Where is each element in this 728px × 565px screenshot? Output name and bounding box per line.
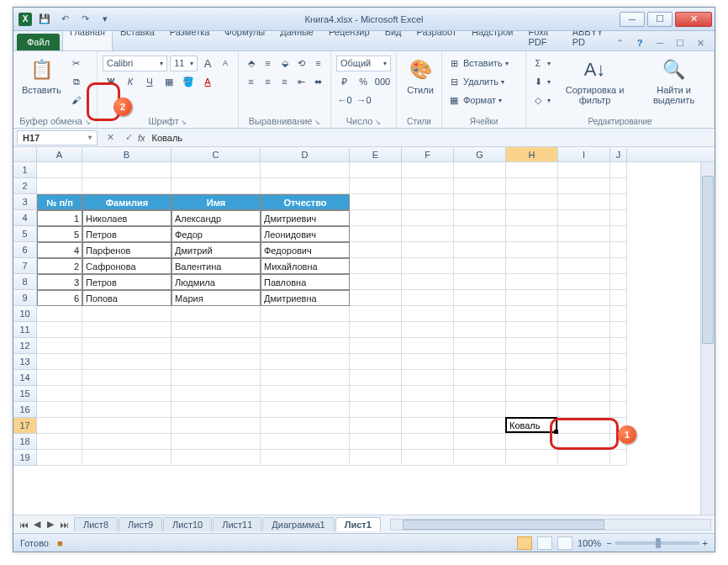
- cell-I13[interactable]: [558, 354, 610, 370]
- fill-button[interactable]: ⬇▾: [531, 73, 551, 90]
- cell-D17[interactable]: [261, 418, 350, 434]
- col-header-H[interactable]: H: [506, 147, 558, 161]
- orientation-button[interactable]: ⟲: [294, 55, 309, 71]
- row-header-12[interactable]: 12: [13, 338, 37, 354]
- percent-button[interactable]: %: [356, 73, 372, 90]
- row-header-11[interactable]: 11: [13, 322, 37, 338]
- sheet-nav-prev[interactable]: ◀: [30, 518, 44, 531]
- row-header-6[interactable]: 6: [13, 242, 37, 258]
- sheet-tab-Лист11[interactable]: Лист11: [213, 517, 261, 531]
- styles-button[interactable]: 🎨 Стили: [402, 55, 439, 97]
- cell-C8[interactable]: Людмила: [171, 274, 261, 290]
- zoom-in-button[interactable]: +: [703, 538, 708, 548]
- cell-I19[interactable]: [558, 450, 610, 466]
- cell-J17[interactable]: [610, 418, 627, 434]
- sheet-tab-Лист9[interactable]: Лист9: [119, 517, 162, 531]
- cell-H9[interactable]: [506, 290, 558, 306]
- cell-B1[interactable]: [82, 162, 171, 178]
- cell-H18[interactable]: [506, 434, 558, 450]
- cell-J10[interactable]: [610, 306, 627, 322]
- cell-C17[interactable]: [171, 418, 261, 434]
- cell-B18[interactable]: [82, 434, 171, 450]
- cell-C19[interactable]: [171, 450, 261, 466]
- cell-I2[interactable]: [558, 178, 610, 194]
- cell-I10[interactable]: [558, 306, 610, 322]
- cell-J12[interactable]: [610, 338, 627, 354]
- cell-G6[interactable]: [454, 242, 506, 258]
- cell-E18[interactable]: [350, 434, 402, 450]
- wrap-text-button[interactable]: ≡: [311, 55, 325, 71]
- cancel-formula-icon[interactable]: ✕: [101, 132, 119, 143]
- cell-I15[interactable]: [558, 386, 610, 402]
- cell-E5[interactable]: [350, 226, 402, 242]
- grow-font-button[interactable]: A: [200, 55, 215, 71]
- col-header-J[interactable]: J: [610, 147, 627, 161]
- cell-I16[interactable]: [558, 402, 610, 418]
- cell-A3[interactable]: № п/п: [37, 194, 82, 210]
- qat-save-button[interactable]: 💾: [37, 12, 52, 27]
- indent-dec-button[interactable]: ⇤: [294, 73, 309, 90]
- fx-icon[interactable]: fx: [138, 133, 145, 143]
- cell-A8[interactable]: 3: [37, 274, 82, 290]
- row-header-13[interactable]: 13: [13, 354, 37, 370]
- cell-H3[interactable]: [506, 194, 558, 210]
- cell-E11[interactable]: [350, 322, 402, 338]
- cell-D1[interactable]: [261, 162, 350, 178]
- cell-A18[interactable]: [37, 434, 82, 450]
- cell-A5[interactable]: 5: [37, 226, 82, 242]
- cell-I18[interactable]: [558, 434, 610, 450]
- shrink-font-button[interactable]: A: [218, 55, 233, 71]
- view-layout-button[interactable]: [537, 536, 552, 550]
- row-header-18[interactable]: 18: [13, 434, 37, 450]
- cell-I9[interactable]: [558, 290, 610, 306]
- cell-F16[interactable]: [402, 402, 454, 418]
- paste-button[interactable]: 📋 Вставить: [18, 55, 65, 97]
- cell-I7[interactable]: [558, 258, 610, 274]
- cell-I4[interactable]: [558, 210, 610, 226]
- cell-G12[interactable]: [454, 338, 506, 354]
- cell-A13[interactable]: [37, 354, 82, 370]
- cell-H13[interactable]: [506, 354, 558, 370]
- sheet-tab-Диаграмма1[interactable]: Диаграмма1: [262, 517, 334, 531]
- cell-F11[interactable]: [402, 322, 454, 338]
- cell-B8[interactable]: Петров: [82, 274, 171, 290]
- cell-E13[interactable]: [350, 354, 402, 370]
- cell-C16[interactable]: [171, 402, 261, 418]
- zoom-out-button[interactable]: −: [606, 538, 611, 548]
- cell-J5[interactable]: [610, 226, 627, 242]
- cell-J1[interactable]: [610, 162, 627, 178]
- cell-G4[interactable]: [454, 210, 506, 226]
- cell-F3[interactable]: [402, 194, 454, 210]
- font-color-button[interactable]: A: [199, 73, 216, 90]
- cell-A11[interactable]: [37, 322, 82, 338]
- cell-J8[interactable]: [610, 274, 627, 290]
- cell-D12[interactable]: [261, 338, 350, 354]
- cell-H4[interactable]: [506, 210, 558, 226]
- cell-A1[interactable]: [37, 162, 82, 178]
- cell-F13[interactable]: [402, 354, 454, 370]
- autosum-button[interactable]: Σ▾: [531, 55, 551, 71]
- cell-C4[interactable]: Александр: [171, 210, 261, 226]
- cell-H15[interactable]: [506, 386, 558, 402]
- align-center-button[interactable]: ≡: [261, 73, 275, 90]
- bold-button[interactable]: Ж: [103, 73, 119, 90]
- cell-D7[interactable]: Михайловна: [261, 258, 350, 274]
- cell-D9[interactable]: Дмитриевна: [261, 290, 350, 306]
- enter-formula-icon[interactable]: ✓: [119, 132, 138, 143]
- sheet-nav-first[interactable]: ⏮: [17, 518, 30, 531]
- cell-C14[interactable]: [171, 370, 261, 386]
- sheet-tab-Лист8[interactable]: Лист8: [74, 517, 118, 531]
- col-header-C[interactable]: C: [171, 147, 261, 161]
- cell-D14[interactable]: [261, 370, 350, 386]
- comma-style-button[interactable]: 000: [374, 73, 391, 90]
- col-header-A[interactable]: A: [37, 147, 82, 161]
- cell-G11[interactable]: [454, 322, 506, 338]
- increase-decimal-button[interactable]: ←0: [336, 92, 353, 108]
- cell-A4[interactable]: 1: [37, 210, 82, 226]
- cell-J6[interactable]: [610, 242, 627, 258]
- cell-D10[interactable]: [261, 306, 350, 322]
- cell-I11[interactable]: [558, 322, 610, 338]
- cell-H6[interactable]: [506, 242, 558, 258]
- cell-H14[interactable]: [506, 370, 558, 386]
- cell-E16[interactable]: [350, 402, 402, 418]
